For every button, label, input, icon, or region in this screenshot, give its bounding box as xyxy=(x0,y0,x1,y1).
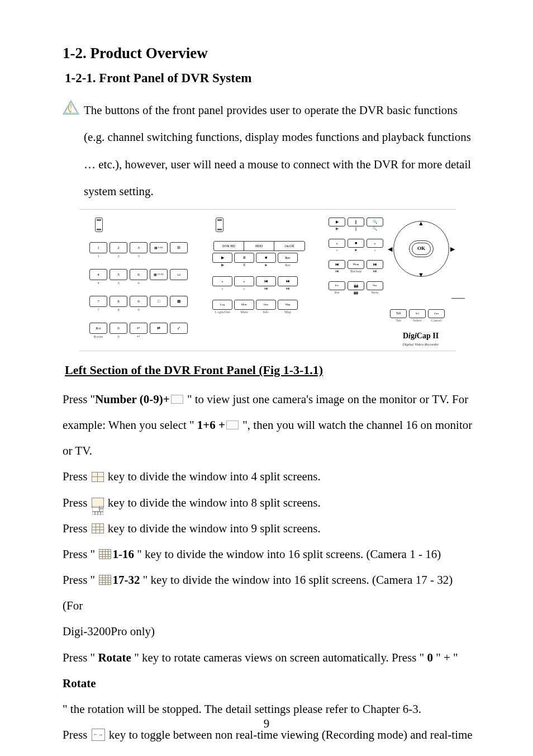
svg-rect-4 xyxy=(99,506,103,509)
front-panel-figure: 123▦1-16⊞ 123 456▦17-32▭ 456 789□▦ 789 R… xyxy=(79,209,456,351)
svg-rect-3 xyxy=(92,506,99,512)
tab-select-cancel: TabSelCan TabSelectCancel xyxy=(390,309,451,329)
svg-rect-9 xyxy=(101,512,103,515)
split8-icon xyxy=(92,498,104,508)
key-icon-blank xyxy=(226,420,239,429)
page-number: 9 xyxy=(0,715,533,733)
warning-icon xyxy=(63,100,79,115)
key-icon-blank xyxy=(171,395,183,404)
brand-logo: DigiCap II xyxy=(390,330,451,342)
heading-front-panel: 1-2-1. Front Panel of DVR System xyxy=(63,70,473,87)
dpad-control: OK ▲ ▼ ◀ ▶ xyxy=(393,221,449,277)
usb-port-icon xyxy=(95,218,103,232)
status-leds: DVR HDHDDOn/Off xyxy=(213,241,305,251)
svg-rect-6 xyxy=(92,512,95,515)
playback-grid: ▶⏸■Rec ▶⏸■Rec «»⏮⏭ «»⏮⏭ LogMuteInfoMap L… xyxy=(209,253,310,322)
intro-paragraph: The buttons of the front panel provides … xyxy=(84,97,473,205)
heading-product-overview: 1-2. Product Overview xyxy=(63,44,473,63)
svg-point-2 xyxy=(70,110,72,111)
svg-rect-5 xyxy=(99,509,103,512)
brand-subtitle: Digital Video Recorder xyxy=(390,342,451,348)
split4-icon xyxy=(92,472,104,482)
numpad-grid: 123▦1-16⊞ 123 456▦17-32▭ 456 789□▦ 789 R… xyxy=(84,242,201,347)
split16-icon xyxy=(99,575,111,585)
svg-rect-7 xyxy=(95,512,98,515)
split9-icon xyxy=(92,523,104,533)
usb-port-icon xyxy=(216,218,223,232)
svg-rect-8 xyxy=(98,512,101,515)
body-text: Press "Number (0-9)+ " to view just one … xyxy=(63,386,473,756)
heading-left-section: Left Section of the DVR Front Panel (Fig… xyxy=(63,362,473,379)
split16-icon xyxy=(99,549,111,559)
